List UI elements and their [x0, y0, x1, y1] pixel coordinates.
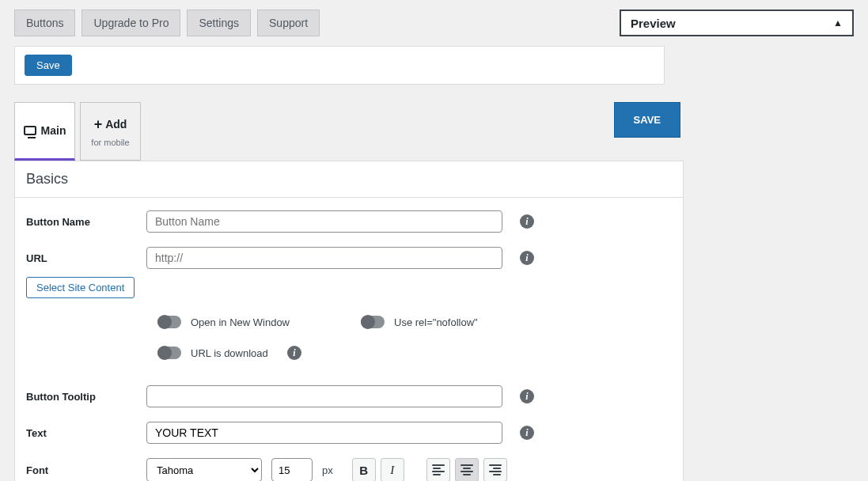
- chevron-up-icon: ▲: [833, 17, 843, 28]
- select-site-content-button[interactable]: Select Site Content: [26, 277, 135, 298]
- nav-tab-settings[interactable]: Settings: [187, 9, 251, 36]
- info-icon[interactable]: i: [520, 214, 534, 229]
- button-name-label: Button Name: [26, 216, 146, 228]
- info-icon[interactable]: i: [520, 426, 534, 440]
- nofollow-toggle[interactable]: [361, 316, 385, 328]
- tooltip-label: Button Tooltip: [26, 391, 146, 403]
- device-tab-main[interactable]: Main: [14, 102, 75, 161]
- nav-tab-support[interactable]: Support: [257, 9, 320, 36]
- device-add-sublabel: for mobile: [91, 138, 129, 147]
- url-input[interactable]: [146, 247, 502, 269]
- panel-title: Basics: [15, 161, 683, 198]
- info-icon[interactable]: i: [520, 251, 534, 265]
- font-select[interactable]: Tahoma: [146, 458, 262, 481]
- bold-button[interactable]: B: [352, 458, 376, 481]
- url-download-label: URL is download: [191, 347, 268, 359]
- nav-tab-upgrade[interactable]: Upgrade to Pro: [81, 9, 180, 36]
- align-right-button[interactable]: [483, 458, 507, 481]
- device-tab-add[interactable]: + Add for mobile: [80, 102, 141, 161]
- font-size-input[interactable]: [271, 458, 313, 481]
- info-icon[interactable]: i: [520, 389, 534, 403]
- plus-icon: +: [94, 116, 103, 133]
- button-name-input[interactable]: [146, 210, 502, 233]
- align-left-button[interactable]: [426, 458, 450, 481]
- device-add-label: Add: [105, 118, 127, 131]
- font-unit-label: px: [322, 464, 333, 476]
- url-download-toggle[interactable]: [157, 347, 181, 359]
- align-center-button[interactable]: [455, 458, 479, 481]
- url-label: URL: [26, 252, 146, 264]
- preview-label: Preview: [631, 17, 676, 30]
- open-new-window-label: Open in New Window: [191, 316, 290, 328]
- text-label: Text: [26, 427, 146, 439]
- nofollow-label: Use rel="nofollow": [394, 316, 478, 328]
- font-label: Font: [26, 464, 146, 476]
- device-main-label: Main: [41, 124, 66, 137]
- save-button-top[interactable]: Save: [25, 55, 72, 76]
- monitor-icon: [24, 126, 36, 135]
- tooltip-input[interactable]: [146, 385, 502, 407]
- italic-button[interactable]: I: [381, 458, 404, 481]
- info-icon[interactable]: i: [287, 346, 301, 360]
- text-input[interactable]: [146, 422, 502, 444]
- save-bar: Save: [14, 46, 665, 85]
- save-button-big[interactable]: SAVE: [614, 102, 680, 138]
- preview-toggle[interactable]: Preview ▲: [620, 9, 854, 36]
- open-new-window-toggle[interactable]: [157, 316, 181, 328]
- nav-tab-buttons[interactable]: Buttons: [14, 9, 75, 36]
